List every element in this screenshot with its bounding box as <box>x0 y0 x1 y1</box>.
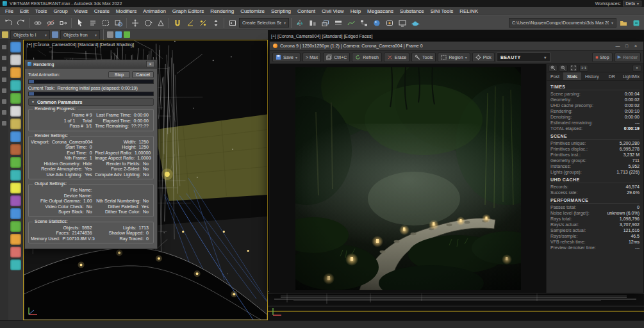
plugin-tool-icon[interactable] <box>10 119 21 129</box>
edit-named-selection-sets-icon[interactable] <box>226 17 238 29</box>
rendering-dialog-titlebar[interactable]: Rendering × <box>25 60 157 69</box>
region-button[interactable]: Region ▾ <box>438 53 470 62</box>
objects-from-combo[interactable]: Objects fron ▾ <box>60 30 100 40</box>
dock-tool-icon[interactable] <box>2 110 6 115</box>
display-toggle-icon[interactable] <box>107 31 113 38</box>
menu-relink[interactable]: RELINK <box>456 7 481 15</box>
select-by-name-icon[interactable] <box>87 17 99 29</box>
tab-dr[interactable]: DR <box>605 72 619 80</box>
select-object-icon[interactable] <box>74 17 86 29</box>
stop-button[interactable]: Stop <box>108 71 130 78</box>
isolate-icon[interactable] <box>2 31 8 38</box>
plugin-tool-icon[interactable] <box>10 208 21 219</box>
redo-icon[interactable] <box>15 17 27 29</box>
selection-region-icon[interactable] <box>99 17 111 29</box>
erase-button[interactable]: Erase <box>384 53 409 62</box>
menu-graph-editors[interactable]: Graph Editors <box>169 7 207 15</box>
dock-tool-icon[interactable] <box>2 67 6 71</box>
plugin-tool-icon[interactable] <box>10 144 21 155</box>
close-panel-icon[interactable]: × <box>632 65 641 72</box>
menu-edit[interactable]: Edit <box>17 7 32 15</box>
schematic-view-icon[interactable] <box>358 17 370 29</box>
plugin-tool-icon[interactable] <box>10 80 21 91</box>
plugin-tool-icon[interactable] <box>10 42 21 53</box>
close-icon[interactable]: × <box>146 61 154 67</box>
menu-help[interactable]: Help <box>347 7 364 15</box>
menu-create[interactable]: Create <box>91 7 113 15</box>
send-to-max-button[interactable]: > Max <box>302 53 321 62</box>
selection-filter-icon[interactable] <box>52 31 58 38</box>
plugin-tool-icon[interactable] <box>10 195 21 206</box>
pick-button[interactable]: Pick <box>472 53 495 62</box>
plugin-tool-icon[interactable] <box>10 157 21 168</box>
viewport-label[interactable]: [+] [Corona_Camera004] [Standard] [Defau… <box>27 42 134 47</box>
hide-toggle-icon[interactable] <box>124 31 130 38</box>
open-project-folder-icon[interactable] <box>617 17 629 29</box>
tools-button[interactable]: Tools <box>411 53 436 62</box>
vfb-titlebar[interactable]: Corona 9 | 1250x1250px (1:2) | Camera: C… <box>270 42 643 51</box>
render-canvas[interactable] <box>270 64 546 293</box>
spinner-snap-icon[interactable] <box>210 17 222 29</box>
menu-sini-tools[interactable]: SiNi Tools <box>427 7 456 15</box>
project-path-combo[interactable]: C:\Users\NguyenCongpc\Documents\3ds Max … <box>509 18 616 28</box>
dock-tool-icon[interactable] <box>2 45 6 49</box>
menu-customize[interactable]: Customize <box>237 7 268 15</box>
minimize-icon[interactable]: — <box>613 42 622 49</box>
menu-tools[interactable]: Tools <box>32 7 51 15</box>
select-link-icon[interactable] <box>31 17 44 29</box>
freeze-toggle-icon[interactable] <box>115 31 122 38</box>
start-render-button[interactable]: ▶ Render <box>615 53 641 62</box>
named-selection-set-combo[interactable]: Create Selection Se ▾ <box>239 18 289 28</box>
bind-to-space-warp-icon[interactable] <box>57 17 69 29</box>
curve-editor-icon[interactable] <box>345 17 357 29</box>
layer-manager-icon[interactable] <box>319 17 331 29</box>
menu-scripting[interactable]: Scripting <box>268 7 294 15</box>
menu-substance[interactable]: Substance <box>397 7 427 15</box>
menu-civil-view[interactable]: Civil View <box>318 7 347 15</box>
dock-tool-icon[interactable] <box>2 121 6 126</box>
plugin-tool-icon[interactable] <box>10 131 21 142</box>
menu-group[interactable]: Group <box>50 7 70 15</box>
zoom-in-icon[interactable] <box>549 65 557 72</box>
dock-tool-icon[interactable] <box>2 99 6 104</box>
toggle-ribbon-icon[interactable] <box>332 17 344 29</box>
tab-post[interactable]: Post <box>547 72 563 80</box>
close-icon[interactable]: × <box>631 42 640 49</box>
render-production-icon[interactable] <box>409 17 421 29</box>
menu-animation[interactable]: Animation <box>140 7 169 15</box>
actual-size-icon[interactable]: 1:1 <box>579 65 588 72</box>
snap-toggle-icon[interactable] <box>171 17 183 29</box>
plugin-tool-icon[interactable] <box>10 183 21 193</box>
undo-icon[interactable] <box>2 17 14 29</box>
select-move-icon[interactable] <box>129 17 141 29</box>
dock-tool-icon[interactable] <box>2 88 6 93</box>
select-rotate-icon[interactable] <box>142 17 154 29</box>
percent-snap-icon[interactable] <box>197 17 209 29</box>
refresh-button[interactable]: Refresh <box>352 53 382 62</box>
viewport-label[interactable]: [+] [Corona_Camera004] [Standard] [Edged… <box>271 34 373 38</box>
tab-stats[interactable]: Stats <box>563 72 581 80</box>
tab-history[interactable]: History <box>581 72 603 80</box>
window-crossing-icon[interactable] <box>112 17 124 29</box>
cancel-button[interactable]: Cancel <box>132 71 154 78</box>
angle-snap-icon[interactable] <box>184 17 196 29</box>
render-setup-icon[interactable] <box>383 17 395 29</box>
plugin-tool-icon[interactable] <box>10 54 21 65</box>
relink-assets-icon[interactable] <box>630 17 642 29</box>
copy-button[interactable]: Ctrl+C <box>323 53 350 62</box>
render-element-dropdown[interactable]: BEAUTY ▾ <box>497 53 550 62</box>
plugin-tool-icon[interactable] <box>10 106 21 117</box>
plugin-tool-icon[interactable] <box>10 234 21 245</box>
menu-file[interactable]: File <box>2 7 17 15</box>
align-icon[interactable] <box>306 17 318 29</box>
menu-views[interactable]: Views <box>71 7 91 15</box>
plugin-tool-icon[interactable] <box>10 93 21 104</box>
stop-render-button[interactable]: ■ Stop <box>592 53 613 62</box>
plugin-tool-icon[interactable] <box>10 170 21 181</box>
workspaces-dropdown[interactable]: Defa ▾ <box>623 1 641 6</box>
dock-tool-icon[interactable] <box>2 56 6 60</box>
mirror-icon[interactable] <box>293 17 306 29</box>
objects-to-isolate-combo[interactable]: Objects to I ▾ <box>10 30 50 40</box>
plugin-tool-icon[interactable] <box>10 247 21 258</box>
fit-view-icon[interactable] <box>569 65 578 72</box>
